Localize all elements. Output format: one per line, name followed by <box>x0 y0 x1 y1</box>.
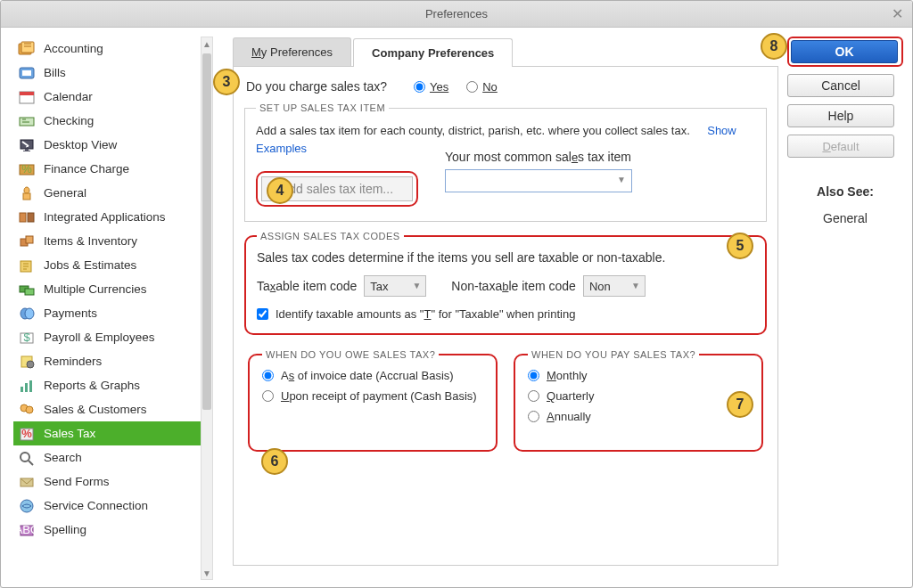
window-title: Preferences <box>425 7 488 20</box>
help-button[interactable]: Help <box>787 104 894 127</box>
svg-point-33 <box>26 406 33 413</box>
setup-sales-tax-fieldset: SET UP SALES TAX ITEM Add a sales tax it… <box>244 102 767 222</box>
tax-icon: % <box>17 425 37 443</box>
sidebar-item-sales-customers[interactable]: Sales & Customers <box>13 397 211 421</box>
spelling-icon: ABC <box>17 521 37 539</box>
charge-yes-radio[interactable]: Yes <box>414 80 448 94</box>
taxable-code-select[interactable]: Tax <box>364 275 426 297</box>
pay-annually-radio[interactable]: Annually <box>528 410 749 423</box>
sidebar-item-label: Spelling <box>44 523 86 536</box>
svg-rect-16 <box>20 213 26 222</box>
sidebar-item-multiple-currencies[interactable]: Multiple Currencies <box>13 277 211 301</box>
svg-point-24 <box>25 308 34 319</box>
identify-taxable-checkbox[interactable]: Identify taxable amounts as "T" for "Tax… <box>257 307 754 321</box>
sidebar-item-label: Reports & Graphs <box>44 379 140 392</box>
sidebar-item-finance-charge[interactable]: %Finance Charge <box>13 157 211 181</box>
sidebar-item-payroll-employees[interactable]: $Payroll & Employees <box>13 325 211 349</box>
svg-rect-7 <box>20 92 34 95</box>
pay-quarterly-radio[interactable]: Quarterly <box>528 389 749 403</box>
sidebar-scrollbar[interactable]: ▲ ▼ <box>201 37 213 580</box>
desktop-icon <box>17 136 37 154</box>
assign-desc: Sales tax codes determine if the items y… <box>257 250 754 265</box>
svg-rect-12 <box>23 151 30 151</box>
sidebar-item-desktop-view[interactable]: Desktop View <box>13 133 211 157</box>
nontaxable-code-label: Non-taxable item code <box>451 279 576 293</box>
close-icon[interactable]: ✕ <box>889 5 905 21</box>
nontaxable-code-select[interactable]: Non <box>583 275 646 297</box>
svg-rect-5 <box>22 70 31 76</box>
sidebar-item-bills[interactable]: Bills <box>13 61 211 85</box>
sidebar-item-search[interactable]: Search <box>13 445 211 470</box>
sidebar-item-spelling[interactable]: ABCSpelling <box>13 518 211 542</box>
sidebar-item-label: Accounting <box>44 42 103 55</box>
sidebar-item-general[interactable]: General <box>13 181 211 205</box>
tab-my-preferences[interactable]: My Preferences <box>233 37 351 66</box>
callout-8: 8 <box>761 33 787 60</box>
sidebar-item-calendar[interactable]: Calendar <box>13 85 211 109</box>
checking-icon <box>17 112 37 130</box>
owe-accrual-radio[interactable]: As of invoice date (Accrual Basis) <box>262 369 483 382</box>
currencies-icon <box>17 281 37 298</box>
sidebar-item-sales-tax[interactable]: %Sales Tax <box>13 421 211 445</box>
finance-icon: % <box>17 160 37 178</box>
sidebar-item-label: Payments <box>44 306 97 320</box>
tab-company-preferences[interactable]: Company Preferences <box>353 38 513 67</box>
svg-rect-19 <box>26 236 33 243</box>
sidebar-item-jobs-estimates[interactable]: Jobs & Estimates <box>13 253 211 277</box>
sidebar-item-checking[interactable]: Checking <box>13 109 211 133</box>
sidebar-item-service-connection[interactable]: Service Connection <box>13 494 211 518</box>
sidebar-item-label: Finance Charge <box>44 162 129 176</box>
sidebar-item-send-forms[interactable]: Send Forms <box>13 470 211 494</box>
charge-question: Do you charge sales tax? <box>246 79 387 94</box>
sidebar-item-label: Checking <box>44 114 94 127</box>
sidebar-item-label: Items & Inventory <box>44 234 137 248</box>
apps-icon <box>17 208 37 226</box>
sidebar-item-label: Sales Tax <box>44 427 95 440</box>
jobs-icon <box>17 257 37 274</box>
sidebar-item-label: General <box>44 186 86 200</box>
svg-point-36 <box>21 453 29 461</box>
svg-rect-22 <box>25 289 34 295</box>
svg-text:$: $ <box>23 331 30 344</box>
scroll-thumb[interactable] <box>202 53 211 410</box>
sidebar-item-label: Multiple Currencies <box>44 282 147 296</box>
send-icon <box>17 473 37 491</box>
sidebar-item-integrated-applications[interactable]: Integrated Applications <box>13 205 211 229</box>
sidebar-item-label: Bills <box>44 66 66 79</box>
sidebar-item-items-inventory[interactable]: Items & Inventory <box>13 229 211 253</box>
cancel-button[interactable]: Cancel <box>787 74 894 97</box>
callout-4: 4 <box>267 177 293 204</box>
also-see-general-link[interactable]: General <box>787 211 903 225</box>
sidebar-item-reminders[interactable]: Reminders <box>13 349 211 373</box>
svg-rect-11 <box>25 149 29 151</box>
bills-icon <box>17 64 37 82</box>
common-sales-tax-combo[interactable] <box>445 169 632 192</box>
sidebar-item-label: Desktop View <box>44 138 117 151</box>
sidebar-item-label: Service Connection <box>44 499 148 512</box>
tabs: My Preferences Company Preferences <box>233 37 778 67</box>
reminders-icon <box>17 353 37 371</box>
assign-legend: ASSIGN SALES TAX CODES <box>257 231 404 241</box>
owe-cash-radio[interactable]: Upon receipt of payment (Cash Basis) <box>262 389 483 403</box>
pay-legend: WHEN DO YOU PAY SALES TAX? <box>528 349 699 360</box>
sidebar-item-payments[interactable]: Payments <box>13 301 211 325</box>
scroll-up-icon[interactable]: ▲ <box>202 37 212 50</box>
owe-legend: WHEN DO YOU OWE SALES TAX? <box>262 349 439 360</box>
charge-no-radio[interactable]: No <box>466 80 498 94</box>
svg-text:%: % <box>21 427 32 440</box>
svg-rect-29 <box>21 387 23 392</box>
also-see-label: Also See: <box>787 184 903 199</box>
sidebar: AccountingBillsCalendarCheckingDesktop V… <box>1 28 215 588</box>
sidebar-item-accounting[interactable]: Accounting <box>13 37 211 61</box>
general-icon <box>17 184 37 202</box>
sidebar-item-reports-graphs[interactable]: Reports & Graphs <box>13 373 211 397</box>
sidebar-item-label: Sales & Customers <box>44 403 147 416</box>
assign-codes-fieldset: ASSIGN SALES TAX CODES Sales tax codes d… <box>244 231 767 335</box>
pay-monthly-radio[interactable]: Monthly <box>528 369 749 382</box>
taxable-code-label: Taxable item code <box>257 279 357 293</box>
scroll-down-icon[interactable]: ▼ <box>202 567 212 579</box>
ok-button[interactable]: OK <box>791 40 898 63</box>
svg-point-28 <box>27 361 34 368</box>
default-button[interactable]: Default <box>787 135 894 158</box>
owe-fieldset: WHEN DO YOU OWE SALES TAX? As of invoice… <box>248 349 498 452</box>
